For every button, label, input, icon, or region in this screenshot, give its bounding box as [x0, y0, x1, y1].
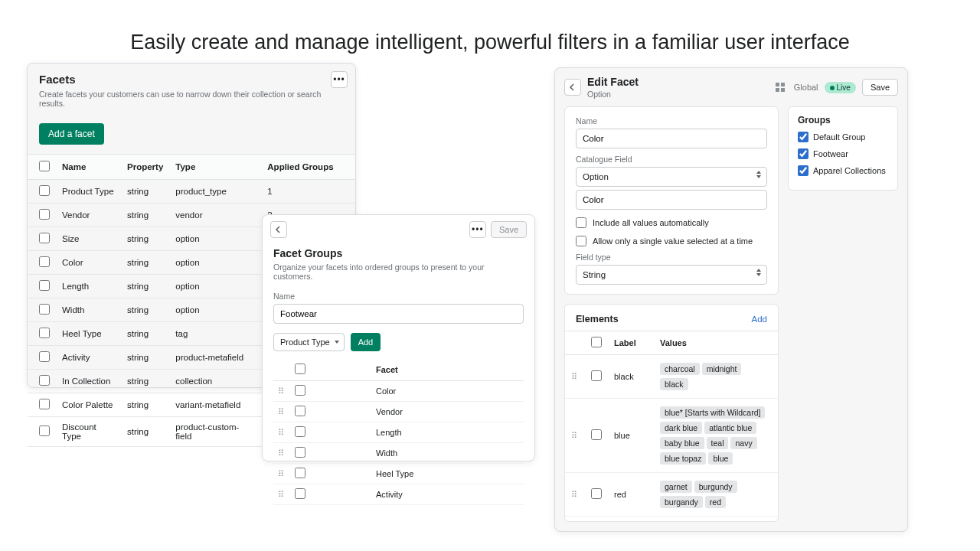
select-all-checkbox[interactable]	[591, 337, 602, 347]
more-button[interactable]: •••	[331, 71, 348, 88]
cell-name: Color Palette	[56, 393, 121, 417]
groups-table: Facet ⠿ Color ⠿ Vendor ⠿ Length ⠿ Width …	[273, 359, 524, 505]
save-button[interactable]: Save	[491, 221, 527, 238]
value-tag[interactable]: teal	[707, 437, 729, 449]
value-tag[interactable]: garnet	[660, 481, 692, 493]
value-tag[interactable]: navy	[730, 437, 756, 449]
table-row[interactable]: ⠿ Activity	[273, 484, 524, 505]
include-all-checkbox[interactable]	[576, 217, 586, 228]
group-checkbox[interactable]	[798, 165, 808, 176]
back-button[interactable]	[270, 221, 287, 238]
cell-name: Discount Type	[56, 417, 121, 447]
table-row[interactable]: ⠿ blue blue* [Starts with Wildcard]dark …	[565, 399, 778, 473]
row-checkbox[interactable]	[591, 370, 602, 381]
group-label: Footwear	[813, 149, 848, 158]
value-tag[interactable]: burgundy	[694, 481, 737, 493]
row-checkbox[interactable]	[591, 429, 602, 440]
catalogue-sub-input[interactable]	[576, 190, 767, 210]
cell-type: vendor	[169, 204, 261, 227]
value-tag[interactable]: baby blue	[660, 437, 704, 449]
table-row[interactable]: ⠿ Width	[273, 443, 524, 464]
value-tag[interactable]: atlantic blue	[704, 422, 756, 434]
select-all-checkbox[interactable]	[39, 161, 50, 171]
save-button[interactable]: Save	[862, 79, 898, 96]
group-checkbox[interactable]	[798, 148, 808, 159]
drag-handle-icon[interactable]: ⠿	[278, 491, 286, 498]
more-button[interactable]: •••	[469, 221, 486, 238]
value-tag[interactable]: charcoal	[660, 363, 700, 375]
value-tag[interactable]: black	[660, 378, 688, 390]
drag-handle-icon[interactable]: ⠿	[278, 470, 286, 478]
value-tag[interactable]: blue	[708, 452, 733, 465]
table-row[interactable]: ⠿ red garnetburgundyburgandyred	[565, 473, 778, 517]
row-checkbox[interactable]	[39, 256, 50, 267]
add-facet-button[interactable]: Add a facet	[39, 123, 104, 145]
row-checkbox[interactable]	[39, 399, 50, 409]
cell-facet: Width	[371, 443, 524, 464]
col-facet: Facet	[371, 359, 524, 381]
table-row[interactable]: Product Type string product_type 1	[28, 180, 355, 204]
cell-type: option	[169, 251, 261, 275]
drag-handle-icon[interactable]: ⠿	[278, 408, 286, 416]
row-checkbox[interactable]	[295, 468, 305, 478]
group-item[interactable]: Apparel Collections	[798, 165, 888, 176]
row-checkbox[interactable]	[39, 351, 50, 362]
row-checkbox[interactable]	[591, 488, 602, 499]
group-item[interactable]: Footwear	[798, 148, 888, 159]
table-row[interactable]: ⠿ Length	[273, 422, 524, 443]
row-checkbox[interactable]	[39, 304, 50, 315]
name-input[interactable]	[576, 129, 767, 148]
group-name-input[interactable]	[273, 304, 524, 324]
drag-handle-icon[interactable]: ⠿	[571, 432, 579, 439]
row-checkbox[interactable]	[39, 328, 50, 338]
add-button[interactable]: Add	[351, 333, 381, 351]
value-tag[interactable]: dark blue	[660, 422, 702, 434]
row-checkbox[interactable]	[39, 425, 50, 436]
row-checkbox[interactable]	[39, 375, 50, 386]
group-item[interactable]: Default Group	[798, 132, 888, 142]
value-tag[interactable]: blue topaz	[660, 452, 706, 465]
product-type-dropdown[interactable]: Product Type	[273, 333, 345, 351]
edit-facet-panel: Edit Facet Option Global Live Save Name …	[554, 67, 908, 532]
drag-handle-icon[interactable]: ⠿	[278, 429, 286, 436]
value-tag[interactable]: midnight	[702, 363, 742, 375]
cell-property: string	[121, 393, 169, 417]
arrow-left-icon	[568, 83, 577, 92]
row-checkbox[interactable]	[295, 406, 305, 416]
row-checkbox[interactable]	[295, 385, 305, 396]
table-row[interactable]: ⠿ Vendor	[273, 402, 524, 422]
drag-handle-icon[interactable]: ⠿	[278, 387, 286, 395]
value-tag[interactable]: blue* [Starts with Wildcard]	[660, 406, 765, 419]
col-values: Values	[654, 331, 778, 355]
catalogue-label: Catalogue Field	[576, 155, 767, 164]
add-element-link[interactable]: Add	[752, 315, 767, 324]
cell-type: product-custom-field	[169, 417, 261, 447]
table-row[interactable]: ⠿ Color	[273, 381, 524, 402]
select-all-checkbox[interactable]	[295, 364, 305, 374]
field-type-label: Field type	[576, 253, 767, 262]
value-tag[interactable]: red	[705, 496, 726, 508]
catalogue-select[interactable]: Option	[576, 167, 767, 187]
group-checkbox[interactable]	[798, 132, 808, 142]
cell-label: red	[608, 473, 654, 517]
cell-facet: Length	[371, 422, 524, 443]
table-row[interactable]: ⠿ Heel Type	[273, 464, 524, 484]
cell-type: product-metafield	[169, 346, 261, 370]
row-checkbox[interactable]	[39, 209, 50, 220]
single-value-checkbox[interactable]	[576, 236, 586, 246]
drag-handle-icon[interactable]: ⠿	[571, 373, 579, 380]
drag-handle-icon[interactable]: ⠿	[278, 449, 286, 457]
drag-handle-icon[interactable]: ⠿	[571, 491, 579, 498]
grid-icon[interactable]	[773, 80, 788, 95]
group-label: Default Group	[813, 132, 865, 142]
table-row[interactable]: ⠿ black charcoalmidnightblack	[565, 355, 778, 399]
row-checkbox[interactable]	[39, 280, 50, 291]
row-checkbox[interactable]	[39, 185, 50, 196]
row-checkbox[interactable]	[39, 233, 50, 243]
field-type-select[interactable]: String	[576, 265, 767, 285]
row-checkbox[interactable]	[295, 447, 305, 458]
back-button[interactable]	[564, 79, 581, 96]
row-checkbox[interactable]	[295, 488, 305, 499]
value-tag[interactable]: burgandy	[660, 496, 703, 508]
row-checkbox[interactable]	[295, 426, 305, 437]
